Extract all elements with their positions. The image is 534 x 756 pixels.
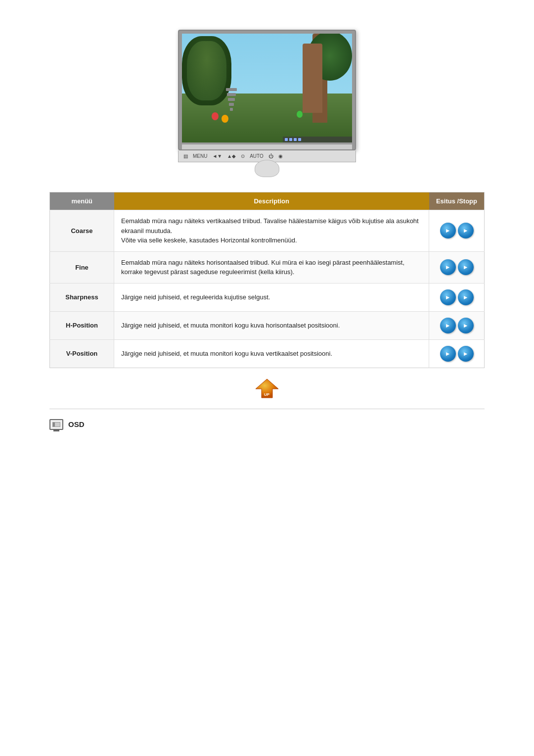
up-arrow-icon: UP (255, 378, 279, 399)
menu-label: MENU (193, 153, 207, 159)
btn-pair-coarse[interactable]: ► ► (436, 223, 477, 238)
section-divider (49, 409, 485, 409)
row-label-sharpness: Sharpness (50, 283, 114, 311)
row-action-sharpness: ► ► (429, 283, 485, 311)
menu-table: menüü Description Esitus /Stopp Coarse E… (49, 192, 485, 368)
btn-arrow-right-coarse[interactable]: ► (458, 223, 474, 238)
row-action-vposition: ► ► (429, 339, 485, 368)
btn-arrow-left-coarse[interactable]: ► (440, 223, 456, 238)
btn-pair-fine[interactable]: ► ► (436, 259, 477, 275)
balloon-red (212, 112, 219, 120)
table-header-description: Description (114, 192, 429, 210)
pagoda-decoration (226, 88, 236, 113)
svg-text:UP: UP (264, 392, 270, 397)
osd-label: OSD (68, 420, 85, 428)
monitor-hand-illustration (255, 160, 279, 177)
btn-arrow-left-hposition[interactable]: ► (440, 318, 456, 333)
up-button[interactable]: UP (255, 378, 279, 399)
table-row: Fine Eemaldab müra nagu näiteks horisont… (50, 251, 485, 283)
row-desc-sharpness: Järgige neid juhiseid, et reguleerida ku… (114, 283, 429, 311)
row-action-fine: ► ► (429, 251, 485, 283)
row-label-fine: Fine (50, 251, 114, 283)
btn-arrow-left-sharpness[interactable]: ► (440, 289, 456, 305)
row-label-vposition: V-Position (50, 339, 114, 368)
btn-arrow-right-fine[interactable]: ► (458, 259, 474, 275)
row-desc-fine: Eemaldab müra nagu näiteks horisontaalse… (114, 251, 429, 283)
monitor-section: ▤ MENU ◄▼ ▲◆ ⊙ AUTO ⏻ ◉ (49, 30, 485, 177)
btn-pair-vposition[interactable]: ► ► (436, 346, 477, 362)
btn-arrow-left-vposition[interactable]: ► (440, 346, 456, 362)
osd-icon (49, 419, 63, 430)
up-section: UP (49, 378, 485, 399)
ctrl-icon-3: ⊙ (241, 153, 245, 159)
row-label-hposition: H-Position (50, 311, 114, 339)
btn-arrow-right-vposition[interactable]: ► (458, 346, 474, 362)
btn-arrow-right-sharpness[interactable]: ► (458, 289, 474, 305)
table-header-menu: menüü (50, 192, 114, 210)
balloon-orange (222, 115, 228, 123)
row-label-coarse: Coarse (50, 210, 114, 252)
osd-section: OSD (49, 419, 485, 430)
screen-statusbar (283, 137, 352, 142)
balloon-green (297, 111, 303, 118)
monitor-outer (178, 30, 356, 150)
row-desc-vposition: Järgige neid juhiseid, et muuta monitori… (114, 339, 429, 368)
btn-pair-sharpness[interactable]: ► ► (436, 289, 477, 305)
ctrl-icon-4: ⏻ (268, 153, 273, 159)
table-row: H-Position Järgige neid juhiseid, et muu… (50, 311, 485, 339)
auto-label: AUTO (250, 153, 264, 159)
menu-icon: ▤ (183, 153, 188, 159)
ctrl-icon-2: ▲◆ (227, 153, 236, 159)
monitor-screen (182, 34, 352, 142)
table-row: Coarse Eemaldab müra nagu näiteks vertik… (50, 210, 485, 252)
row-action-coarse: ► ► (429, 210, 485, 252)
ctrl-icon-1: ◄▼ (212, 153, 222, 159)
table-row: V-Position Järgige neid juhiseid, et muu… (50, 339, 485, 368)
row-action-hposition: ► ► (429, 311, 485, 339)
btn-pair-hposition[interactable]: ► ► (436, 318, 477, 333)
osd-icon-inner (52, 422, 60, 427)
monitor-bottom-bar (182, 144, 352, 149)
table-header-action: Esitus /Stopp (429, 192, 485, 210)
table-row: Sharpness Järgige neid juhiseid, et regu… (50, 283, 485, 311)
btn-arrow-left-fine[interactable]: ► (440, 259, 456, 275)
btn-arrow-right-hposition[interactable]: ► (458, 318, 474, 333)
page-wrapper: ▤ MENU ◄▼ ▲◆ ⊙ AUTO ⏻ ◉ menüü Descriptio… (0, 0, 534, 460)
row-desc-hposition: Järgige neid juhiseid, et muuta monitori… (114, 311, 429, 339)
ctrl-icon-5: ◉ (278, 153, 283, 159)
row-desc-coarse: Eemaldab müra nagu näiteks vertikaalsed … (114, 210, 429, 252)
